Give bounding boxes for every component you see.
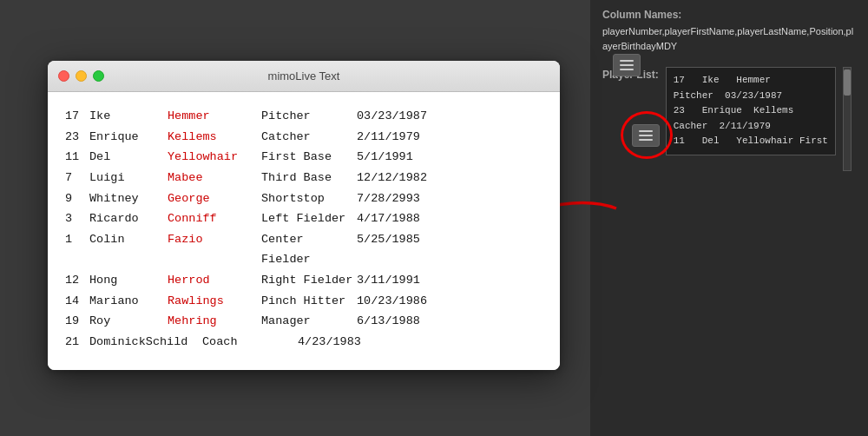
player-position: Pitcher xyxy=(261,106,357,127)
table-row: 3 Ricardo Conniff Left Fielder 4/17/1988 xyxy=(65,208,542,229)
player-first: DominickSchild xyxy=(89,332,202,353)
traffic-lights xyxy=(58,70,104,82)
column-names-section: Column Names: playerNumber,playerFirstNa… xyxy=(602,9,856,53)
player-number: 11 xyxy=(65,147,89,168)
player-list-scrollbar[interactable] xyxy=(843,67,852,171)
player-last: Hemmer xyxy=(168,106,261,127)
player-last: George xyxy=(168,188,261,209)
table-row: 14 Mariano Rawlings Pinch Hitter 10/23/1… xyxy=(65,291,542,312)
player-first: Hong xyxy=(89,270,168,291)
player-number: 3 xyxy=(65,208,89,229)
column-names-value: playerNumber,playerFirstName,playerLastN… xyxy=(602,24,856,53)
player-birthday: 4/17/1988 xyxy=(357,208,420,229)
table-row: 19 Roy Mehring Manager 6/13/1988 xyxy=(65,311,542,332)
player-last: Kellems xyxy=(168,127,261,148)
player-first: Del xyxy=(89,147,168,168)
window-content: 17 Ike Hemmer Pitcher 03/23/1987 23 Enri… xyxy=(48,92,560,370)
minimize-button[interactable] xyxy=(76,70,87,82)
player-first: Ricardo xyxy=(89,208,168,229)
player-position: Center Fielder xyxy=(261,229,357,270)
player-first: Enrique xyxy=(89,127,168,148)
player-birthday: 5/25/1985 xyxy=(357,229,420,270)
player-position: Left Fielder xyxy=(261,208,357,229)
player-position: Manager xyxy=(261,311,357,332)
player-position: Third Base xyxy=(261,168,357,188)
player-birthday: 7/28/2993 xyxy=(357,188,420,209)
player-preview-line: 23 Enrique Kellems xyxy=(674,103,828,119)
player-birthday: 6/13/1988 xyxy=(357,311,420,332)
table-row: 21 DominickSchild Coach 4/23/1983 xyxy=(65,332,542,353)
table-row: 17 Ike Hemmer Pitcher 03/23/1987 xyxy=(65,106,542,127)
table-row: 7 Luigi Mabee Third Base 12/12/1982 xyxy=(65,168,542,188)
mimolive-window: mimoLive Text 17 Ike Hemmer Pitcher 03/2… xyxy=(48,61,560,370)
window-titlebar: mimoLive Text xyxy=(48,61,560,92)
top-hamburger-button[interactable] xyxy=(613,54,641,76)
player-number: 21 xyxy=(65,332,89,353)
player-number: 23 xyxy=(65,127,89,148)
player-number: 19 xyxy=(65,311,89,332)
list-icon-button[interactable] xyxy=(632,124,660,147)
player-birthday: 10/23/1986 xyxy=(357,291,427,312)
player-last: Conniff xyxy=(168,208,261,229)
player-number: 7 xyxy=(65,168,89,188)
player-number: 12 xyxy=(65,270,89,291)
player-birthday: 3/11/1991 xyxy=(357,270,420,291)
player-last: Fazio xyxy=(168,229,261,270)
player-number: 14 xyxy=(65,291,89,312)
scrollbar-thumb xyxy=(844,69,851,96)
table-row: 12 Hong Herrod Right Fielder 3/11/1991 xyxy=(65,270,542,291)
table-row: 11 Del Yellowhair First Base 5/1/1991 xyxy=(65,147,542,168)
table-row: 9 Whitney George Shortstop 7/28/2993 xyxy=(65,188,542,209)
player-position: First Base xyxy=(261,147,357,168)
list-icon xyxy=(639,130,653,141)
player-birthday: 2/11/1979 xyxy=(357,127,420,148)
player-preview-line: 17 Ike Hemmer xyxy=(674,73,828,89)
player-first: Roy xyxy=(89,311,168,332)
player-birthday: 5/1/1991 xyxy=(357,147,413,168)
player-number: 1 xyxy=(65,229,89,270)
player-preview-line: Pitcher 03/23/1987 xyxy=(674,89,828,104)
player-birthday: 12/12/1982 xyxy=(357,168,427,188)
player-first: Luigi xyxy=(89,168,168,188)
right-panel: Column Names: playerNumber,playerFirstNa… xyxy=(590,0,868,436)
table-row: 23 Enrique Kellems Catcher 2/11/1979 xyxy=(65,127,542,148)
player-last: Rawlings xyxy=(168,291,261,312)
player-position: Pinch Hitter xyxy=(261,291,357,312)
player-preview-line: Ca​cher 2/11/1979 xyxy=(674,119,828,135)
player-first: Ike xyxy=(89,106,168,127)
player-position: Catcher xyxy=(261,127,357,148)
hamburger-icon xyxy=(620,60,634,70)
player-preview-line: 11 Del Yellowhair First xyxy=(674,134,828,149)
player-list-content: 17 Ike Hemmer Pitcher 03/23/1987 23 Enri… xyxy=(666,67,836,155)
player-last: Mehring xyxy=(168,311,261,332)
window-title: mimoLive Text xyxy=(268,69,340,83)
player-number: 9 xyxy=(65,188,89,209)
player-first: Colin xyxy=(89,229,168,270)
player-position: Coach xyxy=(202,332,298,353)
player-list-section: Player List: 17 Ike Hemmer Pitcher 03/23… xyxy=(602,67,856,171)
column-names-label: Column Names: xyxy=(602,9,856,21)
maximize-button[interactable] xyxy=(93,70,104,82)
player-birthday: 03/23/1987 xyxy=(357,106,427,127)
player-last: Yellowhair xyxy=(168,147,261,168)
player-position: Right Fielder xyxy=(261,270,357,291)
player-number: 17 xyxy=(65,106,89,127)
table-row: 1 Colin Fazio Center Fielder 5/25/1985 xyxy=(65,229,542,270)
player-birthday: 4/23/1983 xyxy=(298,332,361,353)
player-position: Shortstop xyxy=(261,188,357,209)
player-last: Herrod xyxy=(168,270,261,291)
close-button[interactable] xyxy=(58,70,69,82)
player-first: Whitney xyxy=(89,188,168,209)
player-last: Mabee xyxy=(168,168,261,188)
player-first: Mariano xyxy=(89,291,168,312)
